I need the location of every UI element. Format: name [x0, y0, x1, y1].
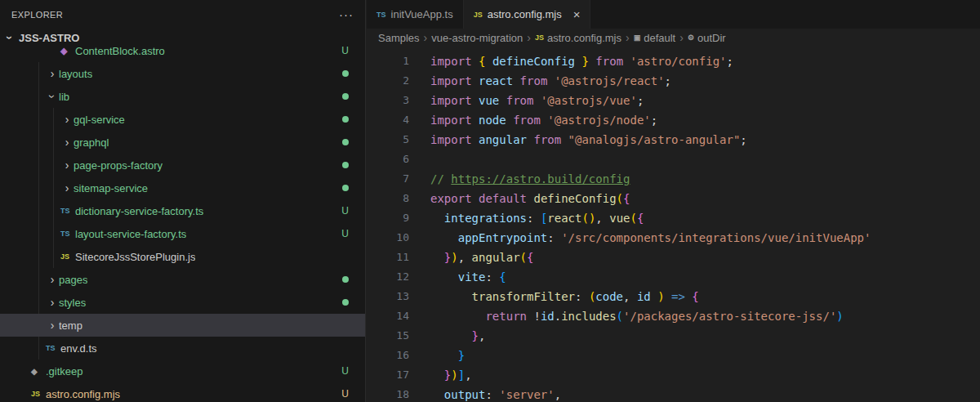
line-number: 1: [367, 51, 409, 71]
code-text: [409, 150, 430, 169]
tree-item-env-d-ts[interactable]: TSenv.d.ts: [0, 337, 365, 360]
code-line[interactable]: 16 }: [367, 346, 980, 365]
code-token: ;: [740, 133, 746, 146]
code-line[interactable]: 4import node from '@astrojs/node';: [367, 110, 980, 130]
tree-item-styles[interactable]: ›styles: [0, 291, 365, 314]
code-line[interactable]: 6: [367, 150, 980, 169]
breadcrumb-separator-icon: ›: [679, 31, 684, 44]
code-token: from: [595, 55, 630, 68]
code-token: "@analogjs/astro-angular": [568, 133, 741, 146]
tree-item-label: .gitkeep: [46, 365, 83, 377]
tree-item-label: layouts: [59, 68, 92, 80]
chevron-right-icon[interactable]: ›: [60, 159, 74, 172]
code-token: [430, 270, 458, 284]
line-number: 10: [367, 228, 409, 248]
code-line[interactable]: 15 },: [367, 326, 980, 346]
breadcrumb-item-outdir[interactable]: ⚙outDir: [688, 32, 726, 44]
chevron-right-icon[interactable]: ›: [60, 181, 74, 194]
code-line[interactable]: 5import angular from "@analogjs/astro-an…: [367, 130, 980, 150]
tree-item-pages[interactable]: ›pages: [0, 268, 365, 291]
tree-item-label: dictionary-service-factory.ts: [75, 205, 203, 217]
line-number: 14: [367, 306, 409, 326]
code-editor[interactable]: 1import { defineConfig } from 'astro/con…: [367, 47, 980, 402]
code-line[interactable]: 13 transformFilter: (code, id ) => {: [367, 287, 980, 306]
tree-item-page-props-factory[interactable]: ›page-props-factory: [0, 154, 365, 176]
code-text: export default defineConfig({: [409, 189, 630, 208]
tree-item-lib[interactable]: ›lib: [0, 85, 365, 108]
code-line[interactable]: 8export default defineConfig({: [367, 189, 980, 208]
tree-item-gitkeep[interactable]: ◆.gitkeepU: [0, 360, 365, 382]
tree-item-label: gql-service: [74, 114, 125, 126]
code-line[interactable]: 18 output: 'server',: [367, 385, 980, 402]
tab-bar: TSinitVueApp.tsJSastro.config.mjs×: [367, 0, 980, 29]
git-status-badge: U: [341, 365, 349, 377]
tab-initvueapp-ts[interactable]: TSinitVueApp.ts: [367, 0, 464, 29]
code-token: :: [485, 270, 499, 284]
code-token: https://astro.build/config: [451, 172, 630, 185]
tree-item-temp[interactable]: ›temp: [0, 314, 365, 337]
tree-item-layouts[interactable]: ›layouts: [0, 62, 365, 85]
chevron-right-icon[interactable]: ›: [46, 296, 59, 309]
chevron-right-icon[interactable]: ›: [46, 67, 59, 80]
code-token: ,: [479, 329, 485, 342]
section-header-jss-astro[interactable]: › JSS-ASTRO: [0, 29, 365, 47]
tree-item-dictionary-service-factory-ts[interactable]: TSdictionary-service-factory.tsU: [0, 199, 365, 222]
code-text: })],: [409, 365, 472, 385]
breadcrumb-label: Samples: [378, 32, 420, 44]
tree-item-sitemap-service[interactable]: ›sitemap-service: [0, 176, 365, 199]
code-line[interactable]: 3import vue from '@astrojs/vue';: [367, 91, 980, 110]
code-token: integrations: [444, 212, 527, 225]
tree-item-astro-config-mjs[interactable]: JSastro.config.mjsU: [0, 382, 365, 402]
tree-item-layout-service-factory-ts[interactable]: TSlayout-service-factory.tsU: [0, 222, 365, 245]
code-token: }: [581, 55, 588, 68]
ts-file-icon: TS: [376, 11, 386, 19]
git-status-dot-badge: [342, 185, 349, 191]
code-token: ): [836, 310, 843, 323]
code-line[interactable]: 17 })],: [367, 365, 980, 385]
code-token: output: [444, 388, 486, 401]
breadcrumb-item-vue-astro-migration[interactable]: vue-astro-migration: [431, 32, 523, 44]
git-status-dot-badge: [342, 162, 349, 168]
code-line[interactable]: 10 appEntrypoint: '/src/components/integ…: [367, 228, 980, 248]
code-token: default: [479, 192, 533, 205]
code-token: ,: [458, 251, 472, 264]
code-line[interactable]: 1import { defineConfig } from 'astro/con…: [367, 51, 980, 71]
explorer-header: EXPLORER ···: [0, 0, 365, 29]
code-token: angular: [479, 133, 533, 146]
tree-item-label: styles: [59, 297, 86, 309]
breadcrumb-item-astro-config-mjs[interactable]: JSastro.config.mjs: [535, 32, 621, 44]
code-line[interactable]: 12 vite: {: [367, 267, 980, 287]
tree-item-gql-service[interactable]: ›gql-service: [0, 108, 365, 131]
js-file-icon: JS: [60, 252, 75, 261]
chevron-right-icon[interactable]: ›: [46, 319, 59, 332]
code-line[interactable]: 11 }), angular({: [367, 248, 980, 267]
code-token: }: [458, 349, 465, 362]
code-token: ;: [651, 114, 657, 127]
breadcrumb-item-default[interactable]: ▣default: [634, 32, 676, 44]
code-token: ]: [458, 368, 465, 382]
code-token: import: [430, 114, 479, 127]
chevron-right-icon[interactable]: ›: [60, 136, 74, 149]
tab-astro-config-mjs[interactable]: JSastro.config.mjs×: [464, 0, 591, 29]
more-actions-icon[interactable]: ···: [339, 7, 354, 21]
chevron-right-icon[interactable]: ›: [46, 273, 59, 286]
tree-item-graphql[interactable]: ›graphql: [0, 131, 365, 154]
tree-item-sitecorejssstoreplugin-js[interactable]: JSSitecoreJssStorePlugin.js: [0, 245, 365, 268]
code-text: }: [409, 346, 465, 365]
code-token: {: [479, 55, 492, 68]
git-status-dot-badge: [342, 139, 349, 145]
code-token: ;: [637, 94, 644, 107]
tree-item-label: ContentBlock.astro: [75, 47, 165, 57]
tree-item-contentblock-astro[interactable]: ◈ContentBlock.astroU: [0, 47, 365, 62]
code-line[interactable]: 14 return !id.includes('/packages/astro-…: [367, 306, 980, 326]
chevron-right-icon[interactable]: ›: [60, 113, 74, 126]
code-line[interactable]: 2import react from '@astrojs/react';: [367, 71, 980, 91]
breadcrumb-item-samples[interactable]: Samples: [378, 32, 420, 44]
line-number: 13: [367, 287, 409, 306]
code-line[interactable]: 7// https://astro.build/config: [367, 169, 980, 189]
code-text: import react from '@astrojs/react';: [409, 71, 671, 91]
code-line[interactable]: 9 integrations: [react(), vue({: [367, 208, 980, 228]
close-icon[interactable]: ×: [573, 7, 581, 21]
code-token: [430, 329, 472, 342]
chevron-down-icon[interactable]: ›: [46, 90, 59, 103]
